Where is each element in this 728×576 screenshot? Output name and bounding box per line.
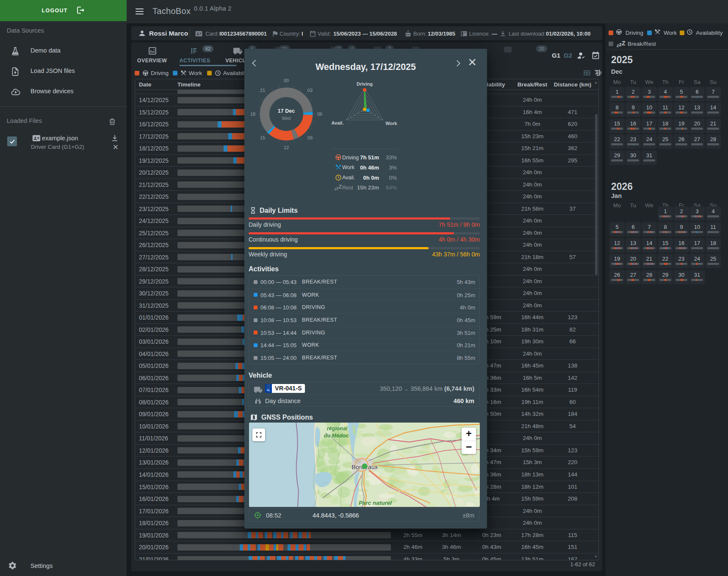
- svg-text:06: 06: [317, 111, 322, 117]
- svg-text:Wed: Wed: [282, 116, 291, 121]
- svg-text:Driving: Driving: [357, 82, 373, 86]
- svg-text:17 Dec: 17 Dec: [278, 108, 295, 114]
- svg-text:03: 03: [307, 88, 313, 93]
- svg-text:21: 21: [260, 88, 265, 93]
- svg-text:régional: régional: [327, 426, 348, 431]
- svg-text:Work: Work: [385, 121, 397, 126]
- svg-text:15: 15: [260, 135, 265, 140]
- svg-text:Avail.: Avail.: [332, 120, 344, 125]
- svg-text:18: 18: [250, 111, 255, 117]
- svg-text:12: 12: [284, 145, 289, 150]
- svg-text:09: 09: [307, 135, 313, 140]
- svg-text:Parc naturel: Parc naturel: [359, 500, 392, 506]
- svg-text:du Médoc: du Médoc: [324, 433, 349, 439]
- svg-text:00: 00: [284, 78, 289, 83]
